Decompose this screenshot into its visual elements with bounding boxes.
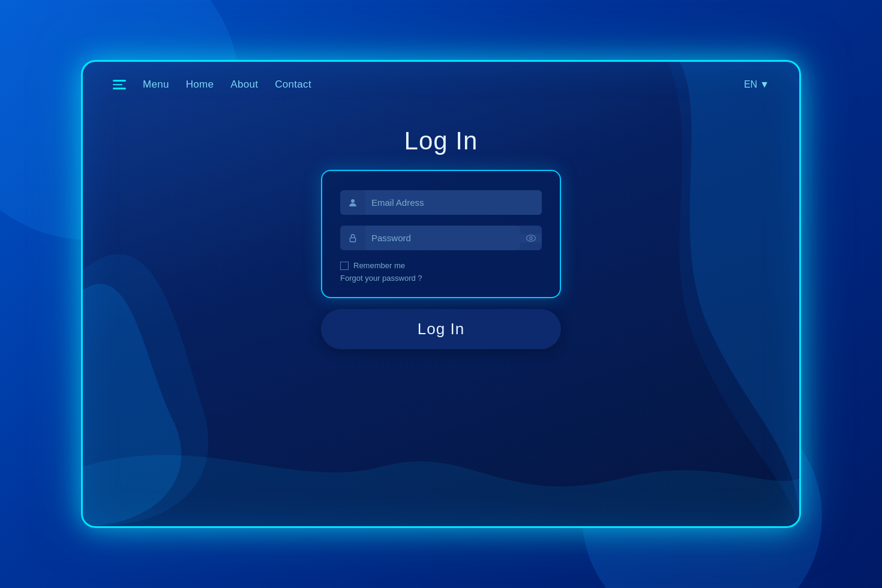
nav-right: EN ▼ [744, 79, 769, 90]
email-input-row [340, 190, 542, 215]
window-frame: Menu Home About Contact EN ▼ Log In [81, 60, 801, 528]
navbar: Menu Home About Contact EN ▼ [83, 62, 799, 91]
login-container: Log In [83, 127, 799, 349]
login-title: Log In [404, 127, 478, 155]
menu-icon[interactable] [113, 80, 126, 89]
nav-home-link[interactable]: Home [186, 79, 214, 91]
password-input[interactable] [365, 226, 520, 250]
nav-menu-link[interactable]: Menu [143, 79, 169, 91]
svg-point-3 [530, 236, 533, 239]
remember-me-label[interactable]: Remember me [353, 261, 405, 270]
language-selector[interactable]: EN ▼ [744, 79, 769, 90]
lang-label: EN [744, 79, 757, 90]
svg-point-0 [351, 199, 355, 203]
remember-me-checkbox[interactable] [340, 262, 349, 270]
chevron-down-icon: ▼ [760, 79, 769, 90]
user-icon [340, 197, 365, 208]
toggle-password-visibility[interactable] [520, 234, 542, 242]
nav-about-link[interactable]: About [230, 79, 258, 91]
login-button[interactable]: Log In [321, 309, 561, 349]
email-input[interactable] [365, 190, 542, 215]
nav-contact-link[interactable]: Contact [275, 79, 311, 91]
password-input-row [340, 226, 542, 250]
remember-me-row: Remember me [340, 261, 542, 270]
svg-rect-1 [350, 238, 355, 242]
login-form-card: Remember me Forgot your password ? [321, 170, 561, 298]
svg-point-2 [527, 235, 536, 241]
lock-icon [340, 233, 365, 244]
forgot-password-link[interactable]: Forgot your password ? [340, 274, 542, 283]
nav-left: Menu Home About Contact [113, 79, 311, 91]
